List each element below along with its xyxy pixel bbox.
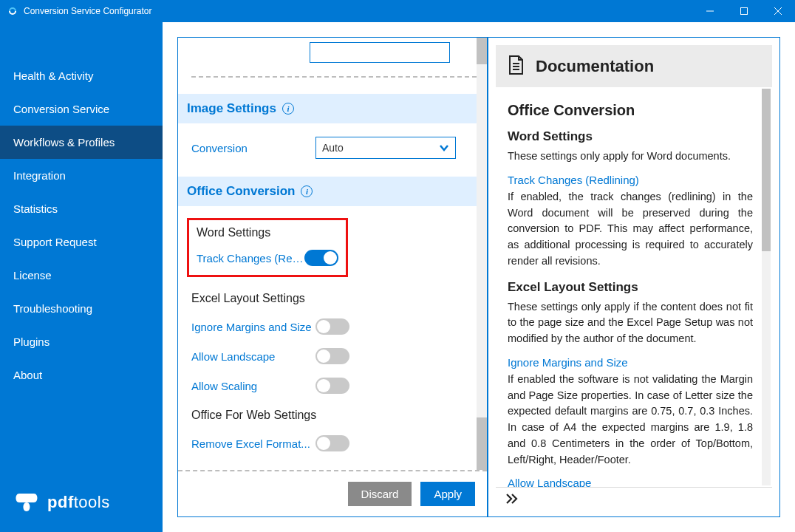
conversion-value: Auto [322,142,344,154]
sidebar-item-health[interactable]: Health & Activity [0,59,163,92]
close-button[interactable] [761,0,795,22]
doc-scrollbar[interactable] [762,89,771,485]
sidebar-item-support[interactable]: Support Request [0,225,163,259]
window-title: Conversion Service Configurator [24,6,151,16]
doc-h3-excel: Excel Layout Settings [508,280,753,295]
sidebar-item-about[interactable]: About [0,358,163,392]
info-icon[interactable]: i [301,185,313,197]
app-logo-icon [7,6,18,16]
minimize-button[interactable] [693,0,727,22]
highlighted-word-settings: Word Settings Track Changes (Redlini... [187,218,348,277]
sidebar-item-workflows[interactable]: Workflows & Profiles [0,126,163,159]
conversion-select[interactable]: Auto [315,137,456,159]
info-icon[interactable]: i [282,103,294,115]
sidebar-item-plugins[interactable]: Plugins [0,325,163,358]
pdftools-icon [13,492,40,513]
previous-field-remnant [310,42,450,63]
doc-h2-office: Office Conversion [508,102,753,119]
office-conversion-label: Office Conversion [187,184,295,199]
sidebar: Health & Activity Conversion Service Wor… [0,22,163,532]
office-web-heading: Office For Web Settings [191,409,477,422]
ignore-margins-label: Ignore Margins and Size [191,321,315,333]
sidebar-item-integration[interactable]: Integration [0,159,163,192]
allow-landscape-toggle[interactable] [315,348,349,364]
word-settings-heading: Word Settings [197,226,338,239]
track-changes-label: Track Changes (Redlini... [197,252,304,265]
discard-button[interactable]: Discard [348,482,412,506]
image-settings-header: Image Settings i [178,94,487,123]
conversion-label: Conversion [191,142,315,154]
brand-suffix: tools [74,493,110,511]
sidebar-item-license[interactable]: License [0,259,163,292]
documentation-title: Documentation [536,57,654,76]
documentation-pane: Documentation Office Conversion Word Set… [488,38,779,516]
office-conversion-header: Office Conversion i [178,177,487,206]
doc-ignore-p: If enabled the software is not validatin… [508,372,753,468]
remove-excel-label: Remove Excel Format... [191,437,315,450]
maximize-button[interactable] [727,0,761,22]
image-settings-label: Image Settings [187,101,276,116]
settings-scrollbar[interactable] [477,38,487,470]
brand-logo: pdftools [0,477,163,532]
doc-link-ignore-margins[interactable]: Ignore Margins and Size [508,356,753,369]
doc-link-track-changes[interactable]: Track Changes (Redlining) [508,174,753,186]
brand-prefix: pdf [47,493,74,511]
allow-scaling-label: Allow Scaling [191,380,315,392]
titlebar: Conversion Service Configurator [0,0,795,22]
allow-landscape-label: Allow Landscape [191,350,315,363]
svg-rect-1 [741,8,748,15]
collapse-icon[interactable] [505,491,519,508]
doc-word-p1: These settings only apply for Word docum… [508,149,753,165]
settings-pane: Image Settings i Conversion Auto Office … [178,38,488,516]
excel-layout-heading: Excel Layout Settings [191,292,477,305]
sidebar-item-statistics[interactable]: Statistics [0,192,163,225]
allow-scaling-toggle[interactable] [315,378,349,394]
apply-button[interactable]: Apply [420,482,475,506]
sidebar-item-conversion-service[interactable]: Conversion Service [0,92,163,126]
chevron-down-icon [439,143,449,153]
ignore-margins-toggle[interactable] [315,318,349,335]
track-changes-toggle[interactable] [304,250,338,266]
remove-excel-toggle[interactable] [315,435,349,451]
doc-excel-p1: These settings only apply if the content… [508,299,753,347]
doc-track-p: If enabled, the track changes (redlining… [508,189,753,270]
sidebar-item-troubleshooting[interactable]: Troubleshooting [0,292,163,325]
doc-h3-word: Word Settings [508,129,753,144]
doc-link-allow-landscape[interactable]: Allow Landscape [508,477,753,487]
document-icon [508,55,524,77]
